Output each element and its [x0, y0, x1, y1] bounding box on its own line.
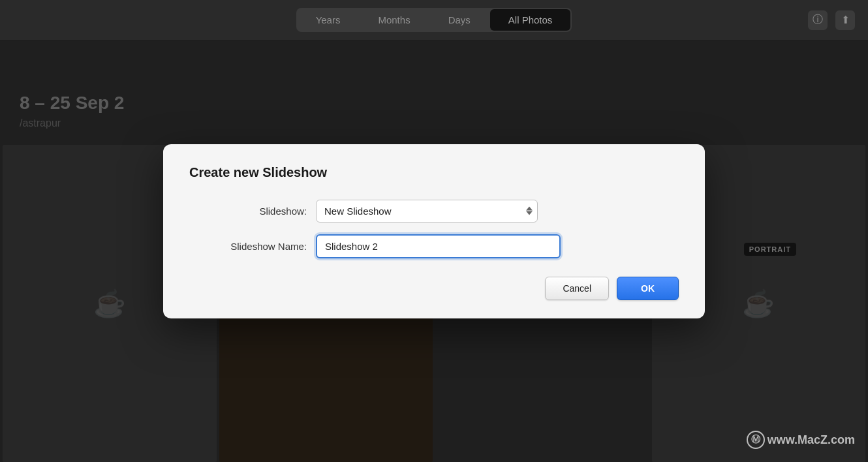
slideshow-row: Slideshow: New Slideshow	[189, 200, 679, 223]
cancel-button[interactable]: Cancel	[545, 277, 609, 300]
dialog-title: Create new Slideshow	[189, 165, 679, 180]
dialog-buttons: Cancel OK	[189, 277, 679, 300]
slideshow-label: Slideshow:	[189, 206, 307, 217]
slideshow-name-label: Slideshow Name:	[189, 241, 307, 252]
slideshow-name-input[interactable]	[316, 234, 561, 258]
slideshow-select-wrapper: New Slideshow	[316, 200, 538, 223]
ok-button[interactable]: OK	[617, 277, 679, 300]
slideshow-select[interactable]: New Slideshow	[316, 200, 538, 223]
modal-overlay: Create new Slideshow Slideshow: New Slid…	[0, 0, 868, 462]
slideshow-name-row: Slideshow Name:	[189, 234, 679, 258]
dialog: Create new Slideshow Slideshow: New Slid…	[163, 144, 705, 318]
